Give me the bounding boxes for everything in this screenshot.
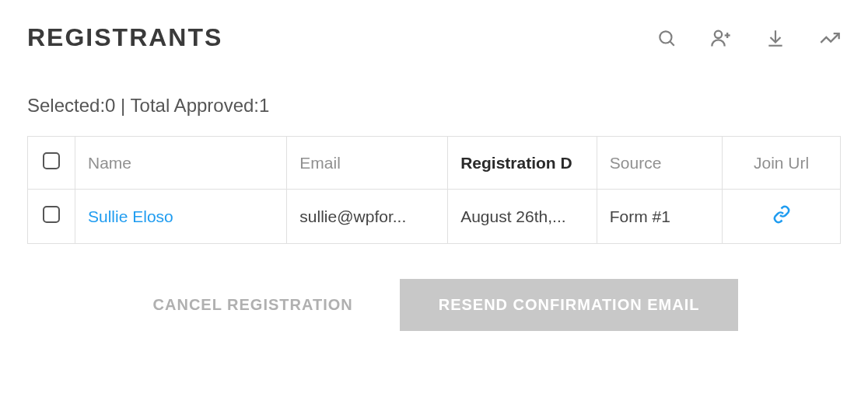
row-registration-date-cell: August 26th,...	[448, 190, 597, 244]
total-approved-count: 1	[259, 95, 269, 116]
header-join-url[interactable]: Join Url	[723, 137, 840, 190]
search-icon[interactable]	[656, 27, 677, 49]
toolbar-icons	[656, 27, 841, 49]
table-header-row: Name Email Registration D Source Join Ur…	[28, 137, 840, 190]
row-email-cell: sullie@wpfor...	[287, 190, 448, 244]
header-source[interactable]: Source	[597, 137, 722, 190]
download-icon[interactable]	[765, 27, 786, 49]
header-name[interactable]: Name	[75, 137, 287, 190]
footer-buttons: CANCEL REGISTRATION RESEND CONFIRMATION …	[27, 279, 841, 331]
header-checkbox-cell	[28, 137, 75, 190]
selected-label: Selected:	[27, 95, 105, 116]
stats-separator: |	[115, 95, 130, 116]
svg-point-0	[660, 31, 671, 43]
row-name-cell: Sullie Eloso	[75, 190, 287, 244]
table-row: Sullie Eloso sullie@wpfor... August 26th…	[28, 190, 840, 244]
registrants-table: Name Email Registration D Source Join Ur…	[28, 137, 840, 243]
registrant-name-link[interactable]: Sullie Eloso	[88, 207, 173, 225]
header-email[interactable]: Email	[287, 137, 448, 190]
select-all-checkbox[interactable]	[43, 152, 60, 169]
registrants-table-container: Name Email Registration D Source Join Ur…	[27, 136, 841, 244]
cancel-registration-button[interactable]: CANCEL REGISTRATION	[130, 279, 376, 331]
add-person-icon[interactable]	[710, 27, 732, 49]
svg-point-2	[715, 30, 722, 37]
page-title: REGISTRANTS	[27, 23, 222, 52]
join-url-link-icon[interactable]	[772, 209, 791, 227]
stats-row: Selected:0 | Total Approved:1	[27, 95, 841, 117]
row-source-cell: Form #1	[597, 190, 722, 244]
row-checkbox-cell	[28, 190, 75, 244]
svg-line-1	[670, 41, 674, 45]
total-approved-label: Total Approved:	[131, 95, 259, 116]
row-checkbox[interactable]	[43, 206, 60, 223]
header-registration-date[interactable]: Registration D	[448, 137, 597, 190]
row-join-url-cell	[723, 190, 840, 244]
resend-confirmation-button[interactable]: RESEND CONFIRMATION EMAIL	[400, 279, 739, 331]
analytics-icon[interactable]	[819, 27, 841, 49]
header-row: REGISTRANTS	[27, 23, 841, 52]
selected-count: 0	[105, 95, 115, 116]
